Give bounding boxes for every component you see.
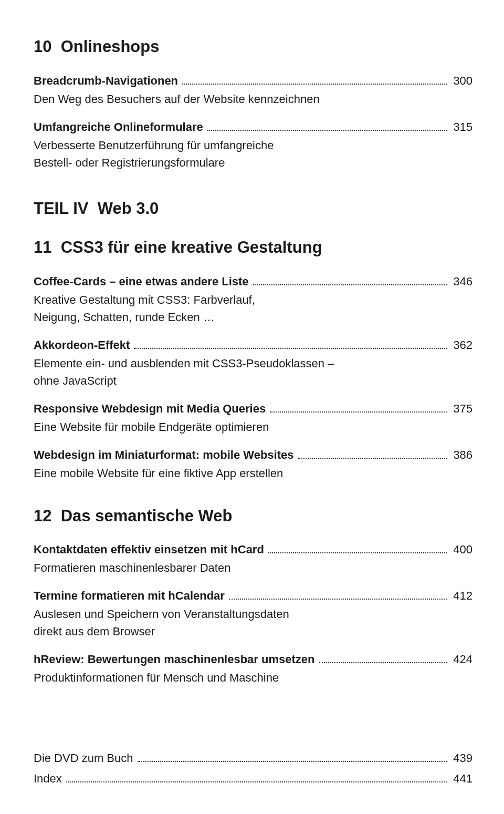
toc-description: Verbesserte Benutzerführung für umfangre… xyxy=(34,137,472,171)
toc-title: Breadcrumb-Navigationen xyxy=(34,72,178,89)
toc-dots xyxy=(182,74,447,85)
toc-entry: Breadcrumb-Navigationen 300 Den Weg des … xyxy=(34,72,472,108)
toc-entry: Umfangreiche Onlineformulare 315 Verbess… xyxy=(34,118,472,171)
toc-title: Die DVD zum Buch xyxy=(34,749,133,767)
toc-dots xyxy=(298,448,447,459)
toc-page: 300 xyxy=(450,72,472,89)
toc-description: Auslesen und Speichern von Veranstaltung… xyxy=(34,605,472,640)
toc-dots xyxy=(270,402,447,413)
toc-page: 346 xyxy=(450,273,472,290)
toc-dots xyxy=(66,772,447,782)
toc-title: Webdesign im Miniaturformat: mobile Webs… xyxy=(34,446,293,463)
toc-page: 400 xyxy=(450,541,472,558)
toc-entry: hReview: Bewertungen maschinenlesbar ums… xyxy=(34,651,472,686)
toc-page: 375 xyxy=(450,400,472,417)
toc-dots xyxy=(253,275,447,285)
toc-page: 386 xyxy=(450,446,472,463)
toc-title: hReview: Bewertungen maschinenlesbar ums… xyxy=(34,651,315,668)
toc-description: Eine mobile Website für eine fiktive App… xyxy=(34,465,472,482)
toc-dots xyxy=(207,120,447,131)
toc-description: Produktinformationen für Mensch und Masc… xyxy=(34,669,472,686)
toc-dots xyxy=(138,751,447,762)
toc-description: Kreative Gestaltung mit CSS3: Farbverlau… xyxy=(34,291,472,326)
chapter-12-heading: 12 Das semantische Web xyxy=(34,504,472,529)
toc-dots xyxy=(134,338,447,349)
toc-description: Elemente ein- und ausblenden mit CSS3-Ps… xyxy=(34,355,472,389)
part-iv-heading: TEIL IV Web 3.0 xyxy=(34,197,472,221)
toc-entry: Index 441 xyxy=(34,770,472,787)
toc-description: Den Weg des Besuchers auf der Website ke… xyxy=(34,90,472,108)
toc-title: Index xyxy=(34,770,62,787)
toc-page: 315 xyxy=(450,118,472,136)
toc-page: 362 xyxy=(450,336,472,354)
chapter-11-heading: 11 CSS3 für eine kreative Gestaltung xyxy=(34,235,472,260)
toc-dots xyxy=(268,543,447,553)
toc-title: Kontaktdaten effektiv einsetzen mit hCar… xyxy=(34,541,264,558)
toc-entry: Kontaktdaten effektiv einsetzen mit hCar… xyxy=(34,541,472,576)
toc-entry: Responsive Webdesign mit Media Queries 3… xyxy=(34,400,472,436)
toc-title: Termine formatieren mit hCalendar xyxy=(34,587,225,604)
toc-title: Umfangreiche Onlineformulare xyxy=(34,118,203,136)
toc-entry: Termine formatieren mit hCalendar 412 Au… xyxy=(34,587,472,640)
toc-entry: Webdesign im Miniaturformat: mobile Webs… xyxy=(34,446,472,482)
toc-title: Akkordeon-Effekt xyxy=(34,336,130,354)
toc-entry: Coffee-Cards – eine etwas andere Liste 3… xyxy=(34,273,472,326)
toc-entry: Akkordeon-Effekt 362 Elemente ein- und a… xyxy=(34,336,472,389)
toc-description: Eine Website für mobile Endgeräte optimi… xyxy=(34,418,472,436)
toc-page: 441 xyxy=(450,770,472,787)
chapter-10-heading: 10 Onlineshops xyxy=(34,35,472,59)
toc-title: Responsive Webdesign mit Media Queries xyxy=(34,400,266,417)
toc-dots xyxy=(319,653,447,663)
toc-title: Coffee-Cards – eine etwas andere Liste xyxy=(34,273,249,290)
toc-entry: Die DVD zum Buch 439 xyxy=(34,749,472,767)
toc-dots xyxy=(229,589,447,600)
toc-description: Formatieren maschinenlesbarer Daten xyxy=(34,559,472,576)
toc-page: 412 xyxy=(450,587,472,604)
toc-page: 424 xyxy=(450,651,472,668)
toc-page: 439 xyxy=(450,749,472,767)
